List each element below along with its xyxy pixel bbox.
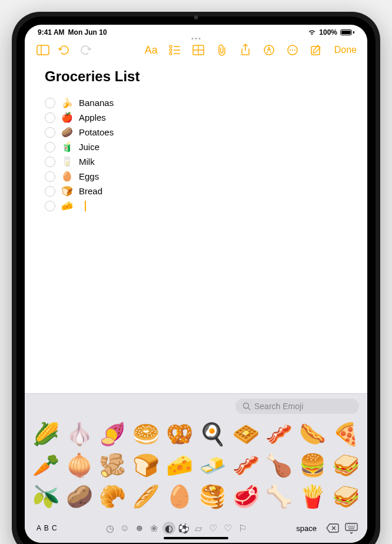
compose-button[interactable] bbox=[308, 42, 324, 58]
emoji-key[interactable]: 🧈 bbox=[196, 450, 230, 481]
search-icon bbox=[242, 402, 251, 410]
emoji-key[interactable]: 🦴 bbox=[263, 481, 296, 512]
checklist-button[interactable] bbox=[167, 42, 182, 58]
redo-button[interactable] bbox=[78, 42, 93, 58]
home-indicator[interactable] bbox=[164, 537, 228, 539]
emoji-key[interactable]: 🥨 bbox=[162, 419, 196, 450]
emoji-category-food[interactable]: ◐ bbox=[162, 522, 175, 535]
emoji-key[interactable]: 🥩 bbox=[230, 481, 263, 512]
device-bezel: 9:41 AM Mon Jun 10 100% bbox=[16, 16, 376, 544]
emoji-category-people[interactable]: ☻ bbox=[133, 522, 146, 535]
emoji-key[interactable]: 🌭 bbox=[296, 419, 330, 450]
emoji-category-recent[interactable]: ◷ bbox=[104, 522, 117, 535]
emoji-key[interactable]: 🍞 bbox=[129, 450, 163, 481]
item-text[interactable]: Juice bbox=[79, 142, 99, 152]
markup-button[interactable] bbox=[261, 42, 277, 58]
item-text[interactable]: Potatoes bbox=[79, 127, 114, 137]
share-button[interactable] bbox=[238, 42, 253, 58]
emoji-key[interactable]: 🧇 bbox=[230, 419, 263, 450]
emoji-key[interactable]: 🫒 bbox=[29, 481, 63, 512]
checklist-item[interactable]: 🧃Juice bbox=[45, 140, 347, 154]
emoji-key[interactable]: 🧀 bbox=[162, 450, 196, 481]
emoji-category-symbols[interactable]: ♡ bbox=[221, 522, 234, 535]
emoji-category-tabs: ◷☺☻❀◐⚽▱♡♡⚐ bbox=[65, 522, 288, 535]
emoji-key[interactable]: 🍕 bbox=[329, 419, 363, 450]
checkbox[interactable] bbox=[45, 201, 55, 211]
emoji-category-activity[interactable]: ⚽ bbox=[177, 522, 190, 535]
item-emoji: 🍌 bbox=[61, 97, 73, 108]
emoji-category-flags[interactable]: ⚐ bbox=[236, 522, 249, 535]
emoji-key[interactable]: 🥖 bbox=[129, 481, 163, 512]
item-text[interactable]: Apples bbox=[79, 112, 106, 122]
emoji-search-input[interactable]: Search Emoji bbox=[235, 399, 359, 414]
emoji-category-smileys[interactable]: ☺ bbox=[118, 522, 131, 535]
item-text[interactable]: Milk bbox=[79, 157, 95, 167]
item-emoji: 🥚 bbox=[61, 171, 73, 182]
item-text[interactable]: Bread bbox=[79, 186, 102, 196]
camera-dot bbox=[194, 15, 198, 19]
emoji-key[interactable]: 🍗 bbox=[263, 450, 296, 481]
emoji-key[interactable]: 🥪 bbox=[329, 481, 363, 512]
emoji-key[interactable]: 🧅 bbox=[63, 450, 97, 481]
emoji-key[interactable]: 🥓 bbox=[230, 450, 263, 481]
emoji-key[interactable]: 🌽 bbox=[29, 419, 63, 450]
emoji-category-travel[interactable]: ▱ bbox=[192, 522, 205, 535]
undo-button[interactable] bbox=[57, 42, 72, 58]
checkbox[interactable] bbox=[45, 157, 55, 167]
checkbox[interactable] bbox=[45, 171, 55, 182]
item-text[interactable]: Eggs bbox=[79, 171, 99, 181]
emoji-key[interactable]: 🥔 bbox=[63, 481, 97, 512]
emoji-key[interactable]: 🍠 bbox=[96, 419, 129, 450]
done-button[interactable]: Done bbox=[334, 45, 357, 55]
format-button[interactable]: Aa bbox=[144, 42, 159, 58]
keyboard-toggle-icon[interactable] bbox=[344, 520, 359, 536]
delete-key[interactable] bbox=[325, 520, 340, 536]
multitasking-dots[interactable] bbox=[192, 38, 201, 39]
checkbox[interactable] bbox=[45, 127, 55, 138]
emoji-key[interactable]: 🥪 bbox=[329, 450, 363, 481]
emoji-key[interactable]: 🥐 bbox=[96, 481, 129, 512]
emoji-key[interactable]: 🍔 bbox=[296, 450, 330, 481]
space-key[interactable]: space bbox=[291, 522, 321, 535]
notes-toolbar: Aa bbox=[25, 38, 367, 62]
emoji-category-objects[interactable]: ♡ bbox=[207, 522, 220, 535]
svg-point-2 bbox=[170, 45, 172, 48]
checklist-item[interactable]: 🧀 bbox=[45, 198, 347, 213]
note-body[interactable]: Groceries List 🍌Bananas🍎Apples🥔Potatoes🧃… bbox=[25, 62, 367, 393]
attachment-button[interactable] bbox=[214, 42, 230, 58]
checkbox[interactable] bbox=[45, 98, 55, 108]
table-button[interactable] bbox=[191, 42, 206, 58]
emoji-key[interactable]: 🥕 bbox=[29, 450, 63, 481]
checklist-item[interactable]: 🍎Apples bbox=[45, 110, 347, 125]
status-date: Mon Jun 10 bbox=[68, 28, 107, 37]
emoji-key[interactable]: 🥚 bbox=[162, 481, 196, 512]
checkbox[interactable] bbox=[45, 142, 55, 152]
emoji-key[interactable]: 🍟 bbox=[296, 481, 330, 512]
emoji-key[interactable]: 🧄 bbox=[63, 419, 97, 450]
item-emoji: 🥛 bbox=[61, 156, 73, 167]
emoji-category-animals[interactable]: ❀ bbox=[148, 522, 161, 535]
item-text[interactable]: Bananas bbox=[79, 98, 114, 108]
abc-keyboard-button[interactable]: A B C bbox=[33, 522, 61, 535]
item-emoji: 🧃 bbox=[61, 141, 73, 152]
emoji-key[interactable]: 🥓 bbox=[263, 419, 296, 450]
svg-line-18 bbox=[248, 408, 251, 410]
note-title[interactable]: Groceries List bbox=[45, 68, 347, 85]
emoji-key[interactable]: 🥯 bbox=[129, 419, 163, 450]
sidebar-toggle-button[interactable] bbox=[35, 42, 51, 58]
battery-percent: 100% bbox=[319, 28, 337, 37]
emoji-key[interactable]: 🫚 bbox=[96, 450, 129, 481]
checkbox[interactable] bbox=[45, 112, 55, 123]
checklist-item[interactable]: 🍞Bread bbox=[45, 184, 347, 198]
checkbox[interactable] bbox=[45, 186, 55, 197]
more-button[interactable] bbox=[285, 42, 300, 58]
emoji-key[interactable]: 🍳 bbox=[196, 419, 230, 450]
screen: 9:41 AM Mon Jun 10 100% bbox=[25, 25, 367, 543]
emoji-key[interactable]: 🥞 bbox=[196, 481, 230, 512]
checklist-item[interactable]: 🥚Eggs bbox=[45, 169, 347, 184]
item-emoji: 🧀 bbox=[61, 200, 73, 211]
svg-point-15 bbox=[294, 49, 295, 51]
checklist-item[interactable]: 🍌Bananas bbox=[45, 95, 347, 110]
checklist-item[interactable]: 🥔Potatoes bbox=[45, 125, 347, 140]
checklist-item[interactable]: 🥛Milk bbox=[45, 154, 347, 169]
